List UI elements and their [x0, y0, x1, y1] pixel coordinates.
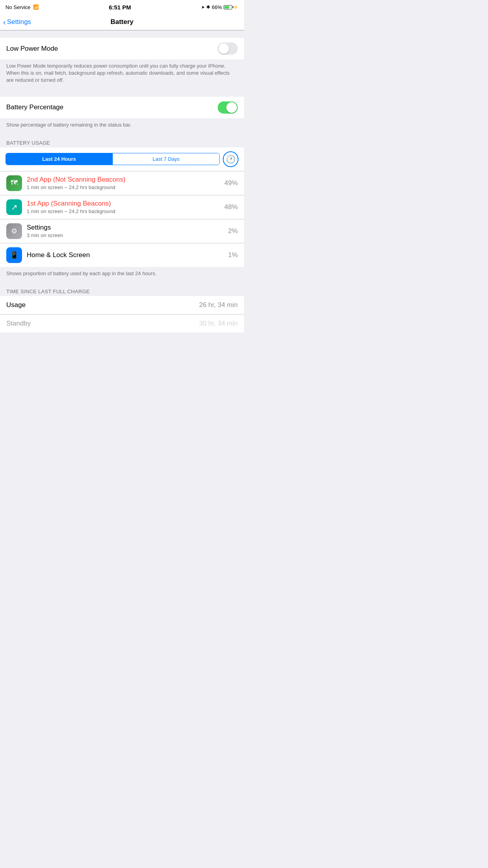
time-since-charge-label: TIME SINCE LAST FULL CHARGE — [6, 289, 90, 294]
standby-value: 30 hr, 34 min — [199, 320, 238, 327]
first-app-icon-symbol: ↗ — [11, 202, 18, 212]
standby-label: Standby — [6, 320, 199, 327]
battery-icon — [224, 5, 232, 9]
app-percent-4: 1% — [228, 251, 238, 259]
carrier-text: No Service — [6, 4, 31, 10]
battery-percentage-toggle[interactable] — [218, 101, 238, 114]
low-power-mode-description: Low Power Mode temporarily reduces power… — [0, 59, 244, 90]
app-name-3: Settings — [27, 224, 228, 232]
segment-container: Last 24 Hours Last 7 Days 🕐 — [0, 147, 244, 171]
battery-percentage-row: Battery Percentage — [0, 97, 244, 118]
app-usage-footer: Shows proportion of battery used by each… — [0, 267, 244, 283]
time-since-charge-group: Usage 26 hr, 34 min Standby 30 hr, 34 mi… — [0, 296, 244, 333]
wifi-icon: 📶 — [33, 4, 39, 10]
app-info-4: Home & Lock Screen — [27, 251, 228, 259]
back-arrow-icon: ‹ — [3, 18, 6, 26]
bluetooth-icon: ✱ — [206, 4, 210, 10]
battery-fill — [224, 6, 229, 9]
low-power-mode-label: Low Power Mode — [6, 45, 218, 53]
status-bar: No Service 📶 6:51 PM ➤ ✱ 66% ⚡ — [0, 0, 244, 14]
segment-7d[interactable]: Last 7 Days — [113, 153, 219, 165]
scout-icon-symbol: 🗺 — [11, 179, 18, 187]
app-detail-3: 3 min on screen — [27, 232, 228, 238]
charging-bolt-icon: ⚡ — [233, 5, 238, 10]
back-button-label: Settings — [7, 18, 31, 26]
battery-usage-label: BATTERY USAGE — [6, 140, 50, 146]
toggle-knob-2 — [226, 102, 237, 113]
battery-indicator: ⚡ — [224, 5, 238, 10]
standby-row: Standby 30 hr, 34 min — [0, 314, 244, 333]
low-power-mode-row: Low Power Mode — [0, 38, 244, 59]
app-icon-settings: ⚙ — [6, 223, 22, 239]
app-name-2: 1st App (Scanning Beacons) — [27, 200, 224, 208]
app-row: 🗺 2nd App (Not Scanning Beacons) 1 min o… — [0, 171, 244, 195]
status-left: No Service 📶 — [6, 4, 39, 10]
app-detail-2: 1 min on screen – 24.2 hrs background — [27, 208, 224, 214]
app-percent-1: 49% — [224, 179, 238, 187]
battery-usage-header: BATTERY USAGE — [0, 134, 244, 147]
app-name-4: Home & Lock Screen — [27, 251, 228, 259]
time-segment-control[interactable]: Last 24 Hours Last 7 Days — [6, 153, 220, 165]
clock-icon: 🕐 — [226, 154, 236, 164]
battery-percent-text: 66% — [212, 4, 222, 10]
usage-value: 26 hr, 34 min — [199, 301, 238, 309]
app-icon-scout: 🗺 — [6, 175, 22, 191]
battery-percentage-description: Show percentage of battery remaining in … — [0, 118, 244, 134]
top-spacer — [0, 31, 244, 38]
app-usage-list: 🗺 2nd App (Not Scanning Beacons) 1 min o… — [0, 171, 244, 267]
app-name-1: 2nd App (Not Scanning Beacons) — [27, 176, 224, 184]
nav-bar: ‹ Settings Battery — [0, 14, 244, 30]
usage-label: Usage — [6, 301, 199, 309]
location-icon: ➤ — [201, 5, 205, 10]
app-percent-2: 48% — [224, 203, 238, 211]
home-icon-symbol: 📱 — [10, 251, 18, 259]
app-info-3: Settings 3 min on screen — [27, 224, 228, 238]
back-button[interactable]: ‹ Settings — [3, 18, 31, 26]
app-detail-1: 1 min on screen – 24.2 hrs background — [27, 184, 224, 190]
app-info-2: 1st App (Scanning Beacons) 1 min on scre… — [27, 200, 224, 214]
status-right: ➤ ✱ 66% ⚡ — [201, 4, 238, 10]
toggle-knob — [218, 43, 229, 54]
low-power-mode-toggle[interactable] — [218, 42, 238, 55]
app-icon-home: 📱 — [6, 247, 22, 263]
app-icon-first: ↗ — [6, 199, 22, 215]
page-title: Battery — [110, 18, 134, 26]
mid-spacer-1 — [0, 90, 244, 97]
settings-icon-symbol: ⚙ — [11, 227, 17, 235]
app-percent-3: 2% — [228, 227, 238, 235]
time-since-charge-header: TIME SINCE LAST FULL CHARGE — [0, 283, 244, 296]
app-info-1: 2nd App (Not Scanning Beacons) 1 min on … — [27, 176, 224, 190]
status-time: 6:51 PM — [109, 4, 131, 11]
battery-percentage-group: Battery Percentage — [0, 97, 244, 118]
usage-row: Usage 26 hr, 34 min — [0, 296, 244, 314]
app-row: 📱 Home & Lock Screen 1% — [0, 243, 244, 267]
clock-button[interactable]: 🕐 — [223, 151, 238, 167]
app-row: ⚙ Settings 3 min on screen 2% — [0, 219, 244, 243]
low-power-mode-group: Low Power Mode — [0, 38, 244, 59]
segment-24h[interactable]: Last 24 Hours — [6, 153, 112, 165]
battery-percentage-label: Battery Percentage — [6, 103, 218, 111]
app-row: ↗ 1st App (Scanning Beacons) 1 min on sc… — [0, 195, 244, 219]
